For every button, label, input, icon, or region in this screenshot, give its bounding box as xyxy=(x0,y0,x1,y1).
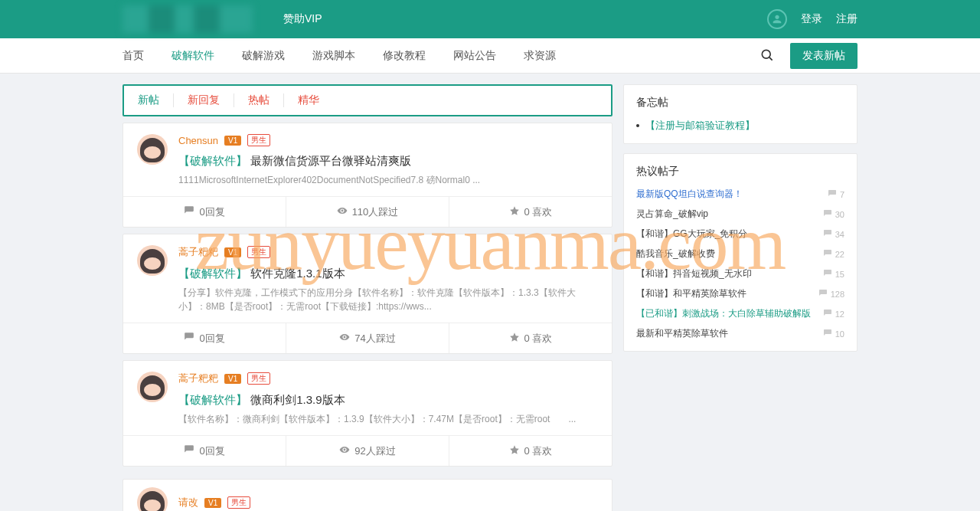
level-badge: V1 xyxy=(224,374,241,384)
nav-item-1[interactable]: 破解软件 xyxy=(172,49,214,63)
hot-post-count: 7 xyxy=(840,190,844,199)
hot-posts-card: 热议帖子 最新版QQ坦白说查询器！7灵占算命_破解vip30【和谐】GG大玩家_… xyxy=(623,153,858,352)
nav-item-5[interactable]: 网站公告 xyxy=(453,49,496,63)
site-logo[interactable] xyxy=(122,5,253,33)
comment-icon xyxy=(184,444,194,457)
hot-post-link[interactable]: 酷我音乐_破解收费 xyxy=(636,247,715,260)
bullet-icon xyxy=(636,124,639,127)
post-title[interactable]: 【破解软件】 最新微信货源平台微驿站清爽版 xyxy=(178,154,598,169)
replies-stat[interactable]: 0回复 xyxy=(123,197,286,227)
comment-icon xyxy=(184,205,194,218)
avatar[interactable] xyxy=(137,245,168,276)
comment-icon xyxy=(823,329,832,339)
gender-badge: 男生 xyxy=(247,246,270,258)
gender-badge: 男生 xyxy=(247,134,270,146)
memo-card: 备忘帖 【注册与邮箱验证教程】 xyxy=(623,84,858,144)
post-card: ChensunV1男生【破解软件】 最新微信货源平台微驿站清爽版1111Micr… xyxy=(122,123,612,228)
hot-post-item: 酷我音乐_破解收费22 xyxy=(636,247,844,260)
hot-post-link[interactable]: 【已和谐】刺激战场：大白除草辅助破解版 xyxy=(636,307,811,320)
gender-badge: 男生 xyxy=(247,372,270,385)
post-excerpt: 【分享】软件克隆，工作模式下的应用分身【软件名称】：软件克隆【软件版本】：1.3… xyxy=(178,286,598,313)
hot-post-item: 【已和谐】刺激战场：大白除草辅助破解版12 xyxy=(636,307,844,320)
likes-stat[interactable]: 0 喜欢 xyxy=(449,436,612,466)
svg-line-1 xyxy=(769,57,773,60)
level-badge: V1 xyxy=(204,498,221,508)
nav-item-4[interactable]: 修改教程 xyxy=(383,49,426,63)
hot-post-link[interactable]: 【和谐】和平精英除草软件 xyxy=(636,287,746,300)
post-excerpt: 【软件名称】：微商利剑【软件版本】：1.3.9【软件大小】：7.47M【是否ro… xyxy=(178,412,598,426)
memo-link[interactable]: 【注册与邮箱验证教程】 xyxy=(645,119,755,133)
eye-icon xyxy=(337,205,348,218)
eye-icon xyxy=(339,444,350,457)
hot-post-count: 30 xyxy=(835,210,844,219)
likes-stat[interactable]: 0 喜欢 xyxy=(449,197,612,227)
nav-item-6[interactable]: 求资源 xyxy=(524,49,556,63)
filter-tab-3[interactable]: 精华 xyxy=(284,93,333,107)
likes-stat[interactable]: 0 喜欢 xyxy=(449,323,612,353)
hot-post-item: 灵占算命_破解vip30 xyxy=(636,208,844,221)
level-badge: V1 xyxy=(224,136,241,146)
hot-post-item: 【和谐】抖音短视频_无水印15 xyxy=(636,267,844,280)
eye-icon xyxy=(339,332,350,345)
replies-stat[interactable]: 0回复 xyxy=(123,436,286,466)
hot-post-count: 10 xyxy=(835,329,844,339)
replies-stat[interactable]: 0回复 xyxy=(123,323,286,353)
comment-icon xyxy=(823,229,832,240)
post-excerpt: 1111MicrosoftInternetExplorer402Document… xyxy=(178,173,598,187)
post-card: 蒿子粑粑V1男生【破解软件】 软件克隆1.3.1版本【分享】软件克隆，工作模式下… xyxy=(122,234,612,354)
hot-post-item: 最新版QQ坦白说查询器！7 xyxy=(636,188,844,201)
star-icon xyxy=(509,332,520,345)
comment-icon xyxy=(828,189,837,200)
filter-tabs: 新帖新回复热帖精华 xyxy=(122,84,612,116)
hot-post-count: 12 xyxy=(835,310,844,319)
filter-tab-1[interactable]: 新回复 xyxy=(174,93,234,107)
hot-post-item: 【和谐】GG大玩家_免积分34 xyxy=(636,228,844,241)
views-stat[interactable]: 92人踩过 xyxy=(286,436,449,466)
comment-icon xyxy=(823,209,832,220)
level-badge: V1 xyxy=(224,247,241,257)
comment-icon xyxy=(823,249,832,260)
avatar[interactable] xyxy=(137,487,168,511)
post-title[interactable]: 【破解软件】 软件克隆1.3.1版本 xyxy=(178,267,598,281)
filter-tab-2[interactable]: 热帖 xyxy=(234,93,284,107)
search-icon[interactable] xyxy=(760,47,775,65)
nav-item-2[interactable]: 破解游戏 xyxy=(242,49,285,63)
author-name[interactable]: Chensun xyxy=(178,135,218,146)
comment-icon xyxy=(823,309,832,319)
hot-post-link[interactable]: 最新版QQ坦白说查询器！ xyxy=(636,188,743,201)
avatar[interactable] xyxy=(137,372,168,402)
login-link[interactable]: 登录 xyxy=(801,12,822,26)
star-icon xyxy=(509,444,520,457)
new-post-button[interactable]: 发表新帖 xyxy=(790,43,858,69)
register-link[interactable]: 注册 xyxy=(836,12,858,26)
post-title[interactable]: 【破解软件】 微商利剑1.3.9版本 xyxy=(178,393,598,408)
author-name[interactable]: 蒿子粑粑 xyxy=(178,372,218,385)
filter-tab-0[interactable]: 新帖 xyxy=(138,93,174,107)
views-stat[interactable]: 74人踩过 xyxy=(286,323,449,353)
comment-icon xyxy=(818,289,828,300)
nav-item-3[interactable]: 游戏脚本 xyxy=(312,49,355,63)
hot-posts-title: 热议帖子 xyxy=(636,165,844,179)
hot-post-link[interactable]: 【和谐】抖音短视频_无水印 xyxy=(636,267,752,280)
hot-post-count: 15 xyxy=(835,270,844,279)
star-icon xyxy=(509,205,520,218)
user-icon[interactable] xyxy=(767,9,787,29)
author-name[interactable]: 蒿子粑粑 xyxy=(178,245,218,259)
hot-post-link[interactable]: 最新和平精英除草软件 xyxy=(636,327,728,340)
hot-post-item: 最新和平精英除草软件10 xyxy=(636,327,844,340)
avatar[interactable] xyxy=(137,134,168,165)
hot-post-item: 【和谐】和平精英除草软件128 xyxy=(636,287,844,300)
hot-post-count: 34 xyxy=(835,230,844,239)
comment-icon xyxy=(184,332,194,345)
nav-item-0[interactable]: 首页 xyxy=(122,49,144,63)
views-stat[interactable]: 110人踩过 xyxy=(286,197,449,227)
svg-point-0 xyxy=(762,50,770,58)
hot-post-link[interactable]: 灵占算命_破解vip xyxy=(636,208,708,221)
hot-post-link[interactable]: 【和谐】GG大玩家_免积分 xyxy=(636,228,747,241)
author-name[interactable]: 请改 xyxy=(178,496,198,509)
hot-post-count: 128 xyxy=(831,290,844,299)
hot-post-count: 22 xyxy=(835,250,844,259)
sponsor-link[interactable]: 赞助VIP xyxy=(283,12,322,26)
memo-title: 备忘帖 xyxy=(636,96,844,110)
comment-icon xyxy=(823,269,832,280)
